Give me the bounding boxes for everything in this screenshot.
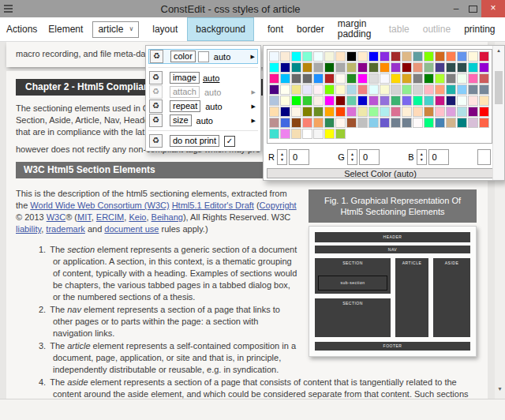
color-swatch-cornsilk[interactable] [468, 51, 478, 62]
color-swatch-darkmagenta[interactable] [357, 62, 368, 73]
color-swatch-firebrick[interactable] [324, 73, 335, 84]
color-swatch-snow[interactable] [413, 118, 423, 128]
spinner-down-icon[interactable]: ▼ [350, 157, 354, 163]
color-swatch-darkviolet[interactable] [479, 62, 489, 73]
spinner-down-icon[interactable]: ▼ [280, 157, 284, 163]
color-swatch-mediumslateblue[interactable] [402, 96, 412, 106]
color-swatch-lightsalmon[interactable] [435, 84, 445, 95]
color-swatch-greenyellow[interactable] [435, 73, 445, 84]
color-swatch-peachpuff[interactable] [413, 107, 423, 117]
blue-value-field[interactable]: 0 [428, 149, 449, 165]
spinner-up-icon[interactable]: ▲ [280, 152, 284, 157]
color-swatch-silver[interactable] [357, 118, 368, 128]
color-swatch-tan[interactable] [446, 118, 456, 128]
color-swatch-gold[interactable] [391, 73, 401, 84]
color-swatch-olivedrab[interactable] [313, 107, 324, 117]
color-swatch-darkolivegreen[interactable] [368, 62, 379, 73]
color-swatch-coral[interactable] [446, 51, 456, 62]
color-swatch-paleturquoise[interactable] [380, 107, 390, 117]
app-menu-icon[interactable] [4, 5, 13, 13]
reset-icon[interactable]: ♻ [150, 50, 163, 63]
doc-link[interactable]: Html5.1 Editor's Draft [172, 201, 254, 210]
blue-stepper[interactable]: ▲ ▼ [417, 149, 427, 165]
color-swatch-darkcyan[interactable] [291, 62, 301, 73]
color-swatch-sandybrown[interactable] [313, 118, 324, 128]
color-swatch-goldenrod[interactable] [402, 73, 412, 84]
tab-printing[interactable]: printing [464, 24, 495, 35]
color-swatch-wheat[interactable] [291, 129, 301, 139]
color-swatch-dimgrey[interactable] [302, 73, 312, 84]
tab-margin-padding[interactable]: margin padding [338, 19, 376, 39]
color-swatch-aliceblue[interactable] [269, 51, 279, 62]
color-swatch-mediumspringgreen[interactable] [413, 96, 423, 106]
select-color-button[interactable]: Select Color (auto) [267, 168, 494, 178]
reset-icon[interactable]: ♻ [149, 134, 163, 148]
color-swatch-seashell[interactable] [335, 118, 346, 128]
color-swatch-lightslategrey[interactable] [479, 84, 489, 95]
color-swatch-darkgreen[interactable] [324, 62, 335, 73]
color-swatch-brown[interactable] [391, 51, 401, 62]
color-swatch-darkgoldenrod[interactable] [302, 62, 312, 73]
color-swatch-turquoise[interactable] [269, 129, 279, 139]
doc-link[interactable]: liability [16, 224, 41, 234]
color-swatch-rosybrown[interactable] [269, 118, 279, 128]
color-swatch-crimson[interactable] [479, 51, 489, 62]
color-swatch-fuchsia[interactable] [357, 73, 368, 84]
color-swatch-thistle[interactable] [468, 118, 478, 128]
color-swatch-lime[interactable] [291, 96, 301, 106]
color-swatch-indianred[interactable] [479, 73, 489, 84]
color-swatch-floralwhite[interactable] [335, 73, 346, 84]
color-swatch-chocolate[interactable] [435, 51, 445, 62]
color-swatch-moccasin[interactable] [479, 96, 489, 106]
color-swatch-lawngreen[interactable] [324, 84, 335, 95]
color-swatch-black[interactable] [346, 51, 357, 62]
color-swatch-green[interactable] [424, 73, 434, 84]
color-swatch-blanchedalmond[interactable] [357, 51, 368, 62]
color-swatch-yellowgreen[interactable] [335, 129, 346, 139]
color-swatch-ivory[interactable] [280, 84, 290, 95]
popup-scrollbar[interactable]: ▴ [492, 46, 504, 180]
color-swatch-lightgray[interactable] [391, 84, 401, 95]
color-swatch-orchid[interactable] [346, 107, 357, 117]
doc-link[interactable]: ERCIM [96, 212, 124, 222]
scroll-down-icon[interactable]: ▾ [495, 385, 505, 392]
doc-link[interactable]: W3C [47, 212, 65, 222]
color-swatch-khaki[interactable] [291, 84, 301, 95]
color-swatch-orange[interactable] [324, 107, 335, 117]
color-swatch-darkturquoise[interactable] [468, 62, 478, 73]
color-swatch-lightseagreen[interactable] [446, 84, 456, 95]
color-swatch-mediumblue[interactable] [357, 96, 368, 106]
doc-link[interactable]: World Wide Web Consortium (W3C) [30, 201, 169, 210]
color-swatch-red[interactable] [479, 107, 489, 117]
color-swatch-maroon[interactable] [335, 96, 346, 106]
color-swatch-orangered[interactable] [335, 107, 346, 117]
color-swatch-white[interactable] [302, 129, 312, 139]
color-swatch-dodgerblue[interactable] [313, 73, 324, 84]
color-swatch-navy[interactable] [280, 107, 290, 117]
doc-link[interactable]: Keio [129, 212, 146, 222]
color-swatch-mediumorchid[interactable] [368, 96, 379, 106]
scroll-up-icon[interactable]: ▴ [493, 47, 504, 54]
color-swatch-slategrey[interactable] [402, 118, 412, 128]
color-swatch-plum[interactable] [446, 107, 456, 117]
color-swatch-dimgray[interactable] [291, 73, 301, 84]
color-swatch-darksalmon[interactable] [413, 62, 423, 73]
image-button[interactable]: image [170, 72, 200, 84]
color-swatch-lightpink[interactable] [424, 84, 434, 95]
color-swatch-purple[interactable] [468, 107, 478, 117]
tab-font[interactable]: font [267, 24, 283, 35]
color-swatch-darkgrey[interactable] [335, 62, 346, 73]
close-button[interactable]: × [481, 0, 505, 17]
color-swatch-antiquewhite[interactable] [280, 51, 290, 62]
color-button[interactable]: color [170, 51, 196, 62]
color-swatch-mediumturquoise[interactable] [424, 96, 434, 106]
color-swatch-peru[interactable] [424, 107, 434, 117]
color-swatch-darkblue[interactable] [280, 62, 290, 73]
color-swatch-bisque[interactable] [335, 51, 346, 62]
reset-icon[interactable]: ♻ [149, 99, 163, 113]
color-swatch-darkred[interactable] [402, 62, 412, 73]
color-swatch-lightgoldenrodyellow[interactable] [380, 84, 390, 95]
color-swatch-honeydew[interactable] [457, 73, 467, 84]
do-not-print-checkbox[interactable]: ✓ [224, 136, 235, 147]
color-swatch-powderblue[interactable] [457, 107, 467, 117]
